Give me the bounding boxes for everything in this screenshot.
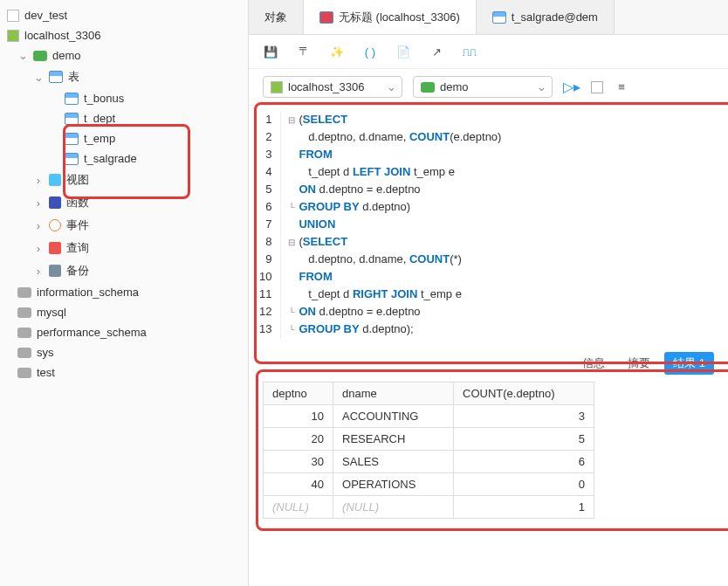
table-icon <box>492 11 506 24</box>
table-icon <box>65 133 79 145</box>
database-icon <box>17 307 31 318</box>
views-node[interactable]: ›视图 <box>0 169 248 191</box>
database-icon <box>17 368 31 378</box>
tree-label: demo <box>52 49 81 62</box>
queries-node[interactable]: ›查询 <box>0 237 248 259</box>
tree-label: 事件 <box>66 217 89 233</box>
chevron-right-icon: › <box>33 196 44 210</box>
db-tree: dev_test localhost_3306 ⌄ demo ⌄ 表 t_bon… <box>0 0 249 586</box>
tab-label: 对象 <box>264 10 287 25</box>
db-test[interactable]: test <box>0 362 248 383</box>
beautify-icon[interactable]: ✨ <box>329 44 345 59</box>
sql-editor[interactable]: 12345678910111213 ⊟(SELECT d.deptno, d.d… <box>254 111 723 338</box>
table-icon <box>65 93 79 105</box>
result-tabs: 信息 摘要 结果 1 <box>249 343 728 382</box>
chevron-right-icon: › <box>33 242 44 255</box>
chevron-right-icon: › <box>33 219 44 232</box>
line-gutter: 12345678910111213 <box>254 111 281 338</box>
functions-node[interactable]: ›函数 <box>0 191 248 214</box>
table-t_emp[interactable]: t_emp <box>0 128 248 148</box>
editor-toolbar: 💾 〒 ✨ ( ) 📄 ↗ ⎍⎍ <box>249 35 728 69</box>
editor-tabs: 对象 无标题 (localhost_3306) t_salgrade@dem <box>249 0 728 35</box>
tree-label: information_schema <box>37 286 139 299</box>
database-icon <box>17 327 31 338</box>
tab-result-1[interactable]: 结果 1 <box>664 352 714 375</box>
export-icon[interactable]: ↗ <box>429 44 444 59</box>
db-demo[interactable]: ⌄ demo <box>0 45 248 65</box>
conn-localhost[interactable]: localhost_3306 <box>0 25 248 45</box>
table-row[interactable]: 30SALES6 <box>264 451 594 473</box>
run-button[interactable]: ▷▸ <box>563 79 580 95</box>
table-t_bonus[interactable]: t_bonus <box>0 88 248 108</box>
tree-label: t_bonus <box>84 92 124 105</box>
table-row[interactable]: 10ACCOUNTING3 <box>264 405 594 428</box>
col-header[interactable]: COUNT(e.deptno) <box>454 383 594 405</box>
table-t_salgrade[interactable]: t_salgrade <box>0 148 248 169</box>
query-tab-icon <box>319 11 333 24</box>
brackets-icon[interactable]: ( ) <box>362 44 378 59</box>
tree-label: 表 <box>68 69 79 85</box>
tab-objects[interactable]: 对象 <box>249 0 304 34</box>
db-performance_schema[interactable]: performance_schema <box>0 322 248 342</box>
tree-label: t_dept <box>84 112 115 125</box>
table-row[interactable]: 40OPERATIONS0 <box>264 473 594 496</box>
backup-icon <box>49 265 61 277</box>
tree-label: t_emp <box>84 132 115 145</box>
tree-label: 备份 <box>66 263 89 279</box>
chevron-down-icon: ⌄ <box>33 71 44 84</box>
db-mysql[interactable]: mysql <box>0 302 248 322</box>
select-value: demo <box>440 80 469 93</box>
database-icon <box>17 287 31 298</box>
editor-pane: 对象 无标题 (localhost_3306) t_salgrade@dem 💾… <box>249 0 728 586</box>
tab-untitled-query[interactable]: 无标题 (localhost_3306) <box>304 0 477 34</box>
backup-node[interactable]: ›备份 <box>0 259 248 282</box>
database-icon <box>17 348 31 358</box>
database-icon <box>33 51 47 61</box>
database-icon <box>421 82 435 93</box>
tree-label: localhost_3306 <box>24 29 100 42</box>
chart-icon[interactable]: ⎍⎍ <box>462 44 477 59</box>
chevron-right-icon: › <box>33 265 44 278</box>
db-information_schema[interactable]: information_schema <box>0 282 248 302</box>
function-icon <box>49 196 61 209</box>
format-icon[interactable]: 〒 <box>296 44 312 59</box>
tree-label: 视图 <box>66 172 89 188</box>
tree-label: dev_test <box>24 9 67 22</box>
tree-label: 函数 <box>66 195 89 210</box>
tree-label: t_salgrade <box>84 152 137 165</box>
select-value: localhost_3306 <box>288 80 364 93</box>
table-group-icon <box>49 71 63 83</box>
tab-t_salgrade[interactable]: t_salgrade@dem <box>477 0 615 34</box>
explain-icon[interactable]: 📄 <box>395 44 411 59</box>
table-t_dept[interactable]: t_dept <box>0 108 248 128</box>
tree-label: 查询 <box>66 240 89 256</box>
table-row[interactable]: (NULL)(NULL)1 <box>264 496 594 519</box>
sql-code[interactable]: ⊟(SELECT d.deptno, d.dname, COUNT(e.dept… <box>281 111 501 338</box>
database-select[interactable]: demo <box>413 76 553 98</box>
tree-label: test <box>37 366 55 379</box>
query-icon <box>49 242 61 254</box>
col-header[interactable]: deptno <box>264 383 333 405</box>
connection-select[interactable]: localhost_3306 <box>263 76 402 98</box>
connection-selectors: localhost_3306 demo ▷▸ ≡ <box>249 69 728 106</box>
connection-icon <box>271 81 283 93</box>
tables-node[interactable]: ⌄ 表 <box>0 65 248 88</box>
tree-label: sys <box>37 346 54 359</box>
results-table[interactable]: deptnodnameCOUNT(e.deptno) 10ACCOUNTING3… <box>263 382 594 519</box>
tab-label: t_salgrade@dem <box>512 10 598 24</box>
col-header[interactable]: dname <box>333 383 454 405</box>
tab-label: 无标题 (localhost_3306) <box>339 10 460 25</box>
table-icon <box>65 113 79 125</box>
table-row[interactable]: 20RESEARCH5 <box>264 428 594 451</box>
conn-dev-test[interactable]: dev_test <box>0 5 248 25</box>
more-icon[interactable]: ≡ <box>614 79 629 95</box>
events-node[interactable]: ›事件 <box>0 214 248 237</box>
event-icon <box>49 219 61 231</box>
chevron-down-icon: ⌄ <box>17 49 28 62</box>
stop-button[interactable] <box>591 81 603 93</box>
save-icon[interactable]: 💾 <box>263 44 278 59</box>
connection-icon <box>7 30 19 42</box>
tab-info[interactable]: 信息 <box>573 352 614 375</box>
tab-summary[interactable]: 摘要 <box>619 352 659 375</box>
db-sys[interactable]: sys <box>0 342 248 362</box>
